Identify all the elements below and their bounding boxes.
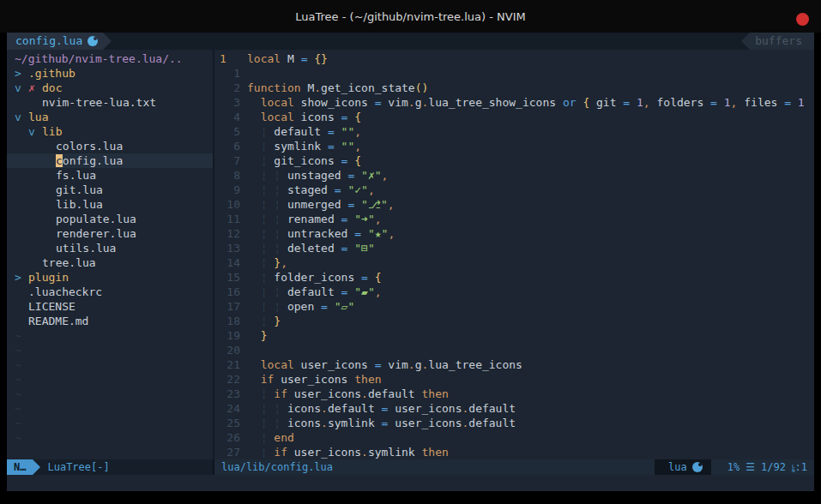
tree-item-renderer-lua[interactable]: renderer.lua (7, 226, 213, 241)
tree-item-plugin[interactable]: >plugin (7, 270, 213, 285)
empty-line-tilde: ~ (7, 343, 213, 357)
code-line[interactable]: 12 ¦ ¦ untracked = "★", (214, 226, 814, 241)
tree-item-label: lib (42, 124, 62, 139)
code-line[interactable]: 11 ¦ ¦ renamed = "➜", (214, 212, 814, 226)
tree-item-label: doc (42, 81, 62, 95)
code-line[interactable]: 27 ¦ if user_icons.symlink then (214, 445, 814, 459)
empty-line-tilde: ~ (7, 401, 213, 416)
code-line[interactable]: 14 ¦ }, (214, 255, 814, 270)
tree-item-label: .github (28, 66, 75, 81)
tree-item-label: LICENSE (28, 299, 75, 314)
relative-line-number: 3 (214, 95, 240, 110)
code-line[interactable]: 19 } (214, 328, 814, 343)
lua-moon-icon (88, 36, 98, 46)
tree-item-label: lib.lua (56, 197, 103, 212)
code-line[interactable]: 22 if user_icons then (214, 372, 814, 387)
tree-item-lua[interactable]: vlua (7, 110, 213, 124)
code-line[interactable]: 25 ¦ ¦ icons.symlink = user_icons.defaul… (214, 416, 814, 430)
code-line[interactable]: 13 ¦ ¦ deleted = "⊟" (214, 241, 814, 255)
command-line[interactable] (7, 475, 814, 491)
code-line[interactable]: 24 ¦ ¦ icons.default = user_icons.defaul… (214, 401, 814, 416)
code-line-text: ¦ ¦ unstaged = "✗", (240, 168, 388, 183)
relative-line-number: 6 (214, 139, 240, 153)
tree-item-label: utils.lua (56, 241, 116, 255)
chevron-right-icon[interactable]: > (15, 270, 28, 285)
chevron-down-icon[interactable]: v (28, 124, 42, 139)
filetype-label: lua (668, 459, 687, 475)
tab-config-lua[interactable]: config.lua (7, 33, 103, 50)
relative-line-number: 10 (214, 197, 240, 212)
code-line[interactable]: 20 (214, 343, 814, 357)
relative-line-number: 1 (214, 66, 240, 81)
status-left-tree: N… LuaTree[-] (7, 459, 214, 475)
tree-item-label: renderer.lua (56, 226, 136, 241)
relative-line-number: 8 (214, 168, 240, 183)
tree-item-nvim-tree-lua-txt[interactable]: nvim-tree-lua.txt (7, 95, 213, 110)
code-line[interactable]: 5 ¦ default = "", (214, 124, 814, 139)
relative-line-number: 22 (214, 372, 240, 387)
empty-line-tilde: ~ (7, 387, 213, 401)
lua-moon-icon (692, 462, 703, 472)
tree-item-doc[interactable]: v✗doc (7, 81, 213, 95)
code-line[interactable]: 26 ¦ end (214, 430, 814, 445)
code-line-text: ¦ ¦ default = "▰", (240, 285, 382, 299)
code-line[interactable]: 3 local show_icons = vim.g.lua_tree_show… (214, 95, 814, 110)
relative-line-number: 17 (214, 299, 240, 314)
empty-line-tilde: ~ (7, 416, 213, 430)
chevron-right-icon[interactable]: > (15, 66, 28, 81)
code-line-text: ¦ if user_icons.default then (240, 387, 449, 401)
tree-item--github-nvim-tree-lua-[interactable]: ~/github/nvim-tree.lua/.. (7, 51, 213, 66)
file-tree: ~/github/nvim-tree.lua/..>.githubv✗docnv… (7, 50, 214, 459)
relative-line-number: 2 (214, 81, 240, 95)
tree-item-lib[interactable]: vlib (7, 124, 213, 139)
code-line[interactable]: 1local M = {} (214, 51, 814, 66)
buffers-label[interactable]: buffers (750, 33, 814, 50)
code-line[interactable]: 7 ¦ git_icons = { (214, 153, 814, 168)
code-line[interactable]: 6 ¦ symlink = "", (214, 139, 814, 153)
tree-item-git-lua[interactable]: git.lua (7, 183, 213, 197)
tree-item-utils-lua[interactable]: utils.lua (7, 241, 213, 255)
tree-item--luacheckrc[interactable]: .luacheckrc (7, 285, 213, 299)
relative-line-number: 16 (214, 285, 240, 299)
code-line-text: ¦ if user_icons.symlink then (240, 445, 449, 459)
code-line-text: local show_icons = vim.g.lua_tree_show_i… (240, 95, 805, 110)
code-line[interactable]: 1 (214, 66, 814, 81)
chevron-down-icon[interactable]: v (15, 110, 28, 124)
tree-item-populate-lua[interactable]: populate.lua (7, 212, 213, 226)
code-line[interactable]: 21 local user_icons = vim.g.lua_tree_ico… (214, 357, 814, 372)
code-line[interactable]: 15 ¦ folder_icons = { (214, 270, 814, 285)
code-buffer: 1local M = {}12function M.get_icon_state… (214, 50, 814, 459)
code-line[interactable]: 23 ¦ if user_icons.default then (214, 387, 814, 401)
code-line[interactable]: 17 ¦ ¦ open = "▱" (214, 299, 814, 314)
code-line-text: ¦ ¦ icons.symlink = user_icons.default (240, 416, 516, 430)
code-line-text (240, 66, 247, 81)
code-line[interactable]: 16 ¦ ¦ default = "▰", (214, 285, 814, 299)
code-line[interactable]: 8 ¦ ¦ unstaged = "✗", (214, 168, 814, 183)
mode-indicator: N… (7, 459, 33, 475)
status-line: N… LuaTree[-] lua/lib/config.lua lua 1% … (7, 459, 814, 475)
tree-item-lib-lua[interactable]: lib.lua (7, 197, 213, 212)
tree-item--github[interactable]: >.github (7, 66, 213, 81)
relative-line-number: 18 (214, 314, 240, 328)
tree-item-colors-lua[interactable]: colors.lua (7, 139, 213, 153)
relative-line-number: 21 (214, 357, 240, 372)
code-line[interactable]: 18 ¦ } (214, 314, 814, 328)
tree-item-license[interactable]: LICENSE (7, 299, 213, 314)
code-line-text: function M.get_icon_state() (240, 81, 428, 95)
close-button-icon[interactable] (796, 13, 809, 26)
relative-line-number: 7 (214, 153, 240, 168)
code-line[interactable]: 9 ¦ ¦ staged = "✓", (214, 183, 814, 197)
code-line-text: ¦ }, (240, 255, 287, 270)
code-line[interactable]: 10 ¦ ¦ unmerged = "⎇", (214, 197, 814, 212)
tree-item-config-lua[interactable]: config.lua (7, 153, 213, 168)
tree-item-fs-lua[interactable]: fs.lua (7, 168, 213, 183)
tab-label: config.lua (15, 33, 82, 50)
tree-item-readme-md[interactable]: README.md (7, 314, 213, 328)
status-file-path: lua/lib/config.lua (214, 459, 655, 475)
code-line[interactable]: 4 local icons = { (214, 110, 814, 124)
tree-item-tree-lua[interactable]: tree.lua (7, 255, 213, 270)
code-line[interactable]: 2function M.get_icon_state() (214, 81, 814, 95)
code-line-text: ¦ } (240, 314, 281, 328)
tab-powerline-arrow-icon (103, 33, 112, 50)
chevron-down-icon[interactable]: v (15, 81, 28, 95)
